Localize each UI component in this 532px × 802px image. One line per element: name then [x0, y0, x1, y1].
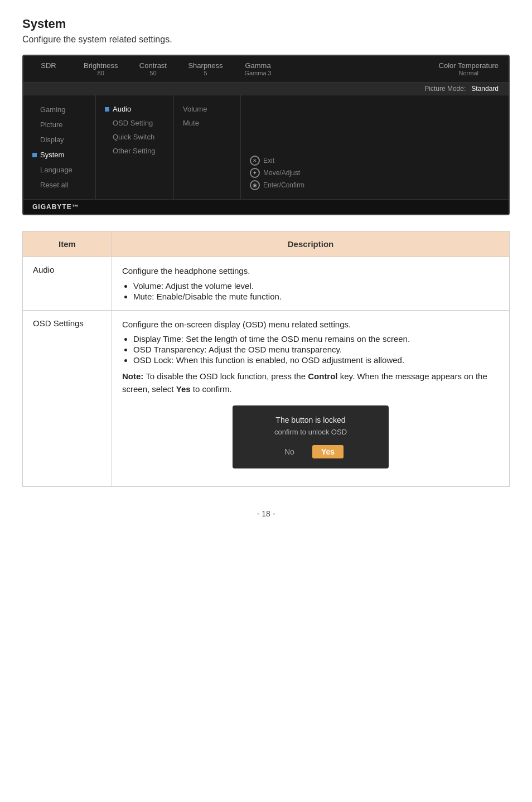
osd-bullet-lock: OSD Lock: When this function is enabled,…: [133, 355, 499, 365]
osd-brand: GIGABYTE™: [23, 199, 509, 214]
osd-bullet-transparency: OSD Transparency: Adjust the OSD menu tr…: [133, 345, 499, 354]
table-desc-audio: Configure the headphone settings. Volume…: [112, 257, 510, 311]
osd-sub-quick-switch: Quick Switch: [96, 130, 173, 144]
table-header-item: Item: [23, 231, 112, 257]
osd-menu-gaming: Gaming: [23, 102, 95, 117]
osd-picture-mode-bar: Picture Mode: Standard: [23, 83, 509, 95]
osd-main-area: Gaming Picture Display System Language R…: [23, 95, 509, 199]
osd-bullet-display-time: Display Time: Set the length of time the…: [133, 334, 499, 344]
osd-tab-brightness: Brightness 80: [74, 56, 128, 82]
confirm-icon: ◉: [250, 180, 260, 190]
popup-title: The button is locked: [246, 416, 375, 424]
audio-desc-intro: Configure the headphone settings.: [122, 265, 499, 278]
osd-tab-color-temp: Color Temperature Normal: [429, 56, 509, 82]
popup-yes-button[interactable]: Yes: [312, 445, 344, 458]
osd-sub-audio: Audio: [96, 102, 173, 116]
osd-menu-picture: Picture: [23, 117, 95, 132]
audio-bullets: Volume: Adjust the volume level. Mute: E…: [122, 281, 499, 301]
monitor-osd: SDR Brightness 80 Contrast 50 Sharpness …: [22, 55, 510, 215]
osd-tab-sharpness: Sharpness 5: [178, 56, 233, 82]
osd-note: Note: To disable the OSD lock function, …: [122, 370, 499, 395]
osd-right-info: ✕ Exit ✦ Move/Adjust ◉ Enter/Confirm: [241, 95, 509, 199]
osd-value-volume: Volume: [174, 102, 240, 116]
popup-no-button[interactable]: No: [278, 445, 301, 458]
osd-tab-contrast: Contrast 50: [128, 56, 178, 82]
table-row-osd-settings: OSD Settings Configure the on-screen dis…: [23, 310, 510, 487]
osd-value-mute: Mute: [174, 116, 240, 130]
note-yes-key: Yes: [176, 384, 191, 394]
page-title: System: [22, 17, 510, 31]
osd-ctrl-confirm: ◉ Enter/Confirm: [250, 180, 500, 190]
note-control-key: Control: [308, 371, 337, 381]
table-row-audio: Audio Configure the headphone settings. …: [23, 257, 510, 311]
osd-menu-system: System: [23, 147, 95, 162]
osd-values: Volume Mute: [174, 95, 241, 199]
osd-ctrl-move: ✦ Move/Adjust: [250, 168, 500, 178]
osd-ctrl-exit: ✕ Exit: [250, 156, 500, 166]
table-item-audio: Audio: [23, 257, 112, 311]
osd-sub-osd-setting: OSD Setting: [96, 116, 173, 130]
osd-menu-reset-all: Reset all: [23, 177, 95, 192]
osd-menu-display: Display: [23, 132, 95, 147]
popup-subtitle: confirm to unlock OSD: [246, 428, 375, 436]
audio-bullet-volume: Volume: Adjust the volume level.: [133, 281, 499, 291]
popup-buttons: No Yes: [246, 445, 375, 458]
osd-topbar: SDR Brightness 80 Contrast 50 Sharpness …: [23, 56, 509, 83]
osd-desc-intro: Configure the on-screen display (OSD) me…: [122, 318, 499, 331]
picture-mode-label: Picture Mode:: [424, 85, 466, 93]
picture-mode-value: Standard: [471, 85, 499, 93]
page-number: - 18 -: [22, 509, 510, 518]
page-subtitle: Configure the system related settings.: [22, 35, 510, 45]
exit-icon: ✕: [250, 156, 260, 166]
osd-tab-sdr: SDR: [23, 56, 74, 82]
osd-lock-popup: The button is locked confirm to unlock O…: [233, 405, 389, 468]
osd-sub-menu: Audio OSD Setting Quick Switch Other Set…: [96, 95, 174, 199]
osd-left-menu: Gaming Picture Display System Language R…: [23, 95, 96, 199]
audio-bullet-mute: Mute: Enable/Disable the mute function.: [133, 292, 499, 301]
osd-tab-gamma: Gamma Gamma 3: [233, 56, 283, 82]
table-header-description: Description: [112, 231, 510, 257]
osd-menu-language: Language: [23, 162, 95, 177]
note-text-1: To disable the OSD lock function, press …: [146, 371, 308, 381]
osd-bullets: Display Time: Set the length of time the…: [122, 334, 499, 365]
move-icon: ✦: [250, 168, 260, 178]
osd-sub-other-setting: Other Setting: [96, 144, 173, 158]
description-table: Item Description Audio Configure the hea…: [22, 231, 510, 487]
table-item-osd-settings: OSD Settings: [23, 310, 112, 487]
note-text-3: to confirm.: [191, 384, 232, 394]
table-desc-osd-settings: Configure the on-screen display (OSD) me…: [112, 310, 510, 487]
note-label: Note:: [122, 371, 143, 381]
osd-controls: ✕ Exit ✦ Move/Adjust ◉ Enter/Confirm: [250, 156, 500, 192]
